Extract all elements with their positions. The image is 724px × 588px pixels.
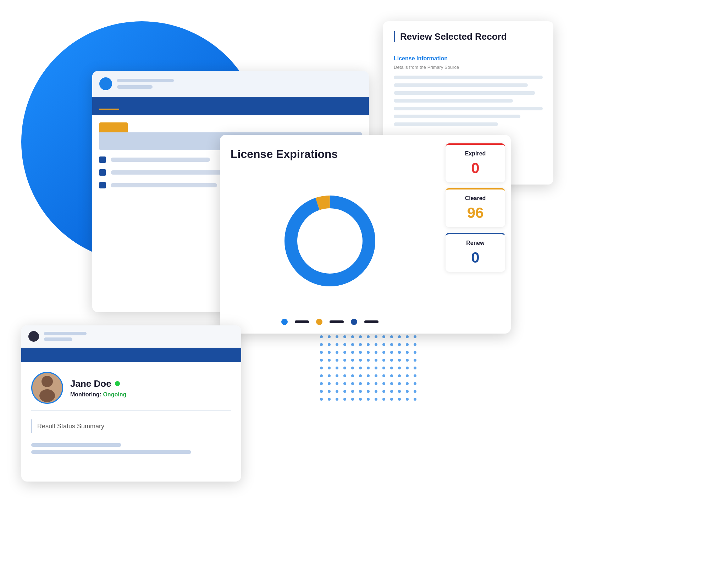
list-bullet xyxy=(99,156,106,163)
name-text: Jane Doe xyxy=(70,378,111,389)
donut-chart xyxy=(280,191,380,291)
legend-dash-3 xyxy=(364,320,378,323)
primary-source-label: Details from the Primary Source xyxy=(394,65,543,70)
folder-tab xyxy=(99,122,128,132)
title-line-2 xyxy=(117,85,153,89)
cleared-label: Cleared xyxy=(465,195,486,202)
profile-name-block: Jane Doe Monitoring: Ongoing xyxy=(70,378,126,398)
legend-dash-2 xyxy=(330,320,344,323)
profile-title-line-1 xyxy=(44,332,87,335)
svg-point-5 xyxy=(42,376,53,387)
nav-tab-active[interactable] xyxy=(99,103,119,110)
cleared-stat-card: Cleared 96 xyxy=(446,188,505,227)
divider-line xyxy=(31,410,231,411)
profile-nav-bar xyxy=(21,348,241,362)
result-summary-border xyxy=(31,419,32,433)
profile-content: Jane Doe Monitoring: Ongoing Result Stat… xyxy=(21,362,241,454)
cleared-value: 96 xyxy=(467,204,484,221)
review-panel-body: License Information Details from the Pri… xyxy=(383,48,553,133)
title-line-1 xyxy=(117,79,174,82)
list-line xyxy=(111,170,231,175)
legend-dot-navy xyxy=(351,319,357,325)
legend-dot-blue xyxy=(281,319,288,325)
profile-window-circle xyxy=(28,331,39,342)
svg-point-3 xyxy=(291,202,369,280)
profile-title-line-2 xyxy=(44,337,72,341)
license-expirations-card: License Expirations xyxy=(220,135,511,334)
avatar xyxy=(31,372,63,404)
list-line xyxy=(111,158,210,162)
panel-line xyxy=(394,76,543,79)
profile-title-lines xyxy=(44,332,87,341)
main-window-titlebar xyxy=(92,71,369,97)
profile-bottom-lines xyxy=(31,443,231,454)
profile-name: Jane Doe xyxy=(70,378,126,389)
monitoring-status: Ongoing xyxy=(103,391,126,397)
list-bullet xyxy=(99,182,106,188)
license-expirations-title: License Expirations xyxy=(231,148,429,161)
renew-label: Renew xyxy=(466,240,485,246)
app-logo-circle xyxy=(99,77,112,90)
monitoring-text: Monitoring: Ongoing xyxy=(70,391,126,398)
online-status-dot xyxy=(115,381,120,386)
result-summary-text: Result Status Summary xyxy=(37,423,104,430)
profile-info-row: Jane Doe Monitoring: Ongoing xyxy=(31,372,231,404)
panel-line xyxy=(394,91,535,95)
list-bullet xyxy=(99,169,106,176)
monitoring-label: Monitoring: xyxy=(70,391,101,397)
profile-card: Jane Doe Monitoring: Ongoing Result Stat… xyxy=(21,325,241,482)
review-panel-header: Review Selected Record xyxy=(383,21,553,48)
bottom-line xyxy=(31,443,121,447)
review-panel-title: Review Selected Record xyxy=(394,31,543,42)
legend-item-gold xyxy=(316,319,322,325)
panel-line xyxy=(394,99,513,103)
bottom-line xyxy=(31,450,191,454)
avatar-silhouette xyxy=(37,374,58,402)
svg-point-6 xyxy=(39,389,55,402)
renew-value: 0 xyxy=(471,249,479,266)
panel-line xyxy=(394,107,543,110)
renew-stat-card: Renew 0 xyxy=(446,233,505,272)
list-line xyxy=(111,183,217,187)
panel-lines xyxy=(394,76,543,126)
panel-line xyxy=(394,115,520,118)
license-exp-main: License Expirations xyxy=(220,135,440,334)
panel-line xyxy=(394,122,498,126)
legend-item-blue xyxy=(281,319,288,325)
legend-dash-1 xyxy=(295,320,309,323)
stats-sidebar: Expired 0 Cleared 96 Renew 0 xyxy=(440,135,511,334)
legend-item-navy xyxy=(351,319,357,325)
result-summary-row: Result Status Summary xyxy=(31,416,231,437)
legend-dot-gold xyxy=(316,319,322,325)
license-info-title: License Information xyxy=(394,55,543,62)
donut-chart-container xyxy=(231,169,429,312)
expired-label: Expired xyxy=(465,150,486,157)
donut-legend xyxy=(231,319,429,325)
main-nav-bar xyxy=(92,97,369,115)
expired-stat-card: Expired 0 xyxy=(446,143,505,182)
panel-line xyxy=(394,83,528,87)
title-bar-lines xyxy=(117,79,174,89)
profile-card-titlebar xyxy=(21,325,241,348)
expired-value: 0 xyxy=(471,160,479,177)
